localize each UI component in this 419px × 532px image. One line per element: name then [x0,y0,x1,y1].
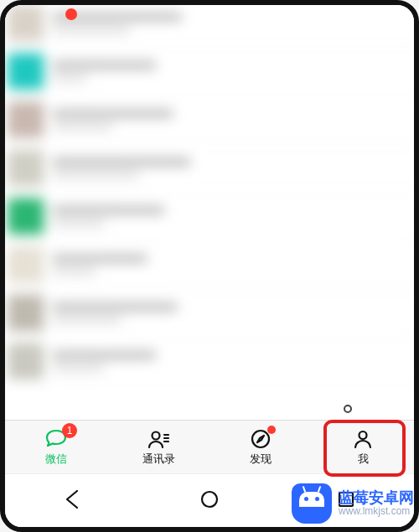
chat-preview [53,302,411,323]
chat-row[interactable] [5,337,414,385]
chat-preview [53,109,411,130]
chat-avatar [8,246,44,282]
chat-row[interactable] [5,289,414,338]
chat-bubble-icon: 1 [44,428,69,450]
chat-avatar [8,294,44,330]
watermark-title: 蓝莓安卓网 [339,490,414,507]
tab-contacts-label: 通讯录 [142,452,175,467]
chat-avatar [8,198,44,234]
watermark-android-icon [292,483,332,524]
chat-row[interactable] [5,96,414,144]
contacts-icon [146,428,171,450]
tab-chats-label: 微信 [45,452,67,467]
chat-preview [53,158,411,178]
chat-row[interactable] [5,192,414,240]
page-indicator-dot [344,405,352,413]
chat-row[interactable] [5,47,414,96]
person-icon [350,428,375,450]
chat-preview [53,254,411,275]
chat-preview [53,13,411,34]
chat-avatar [8,101,44,137]
chat-list-area [5,5,414,420]
chat-avatar [8,149,44,185]
unread-badge-icon [65,8,77,20]
tab-me-label: 我 [358,452,369,467]
phone-frame: 1 微信 通讯录 发现 [0,0,419,532]
chat-preview [53,350,411,371]
compass-icon [248,428,273,450]
tab-bar: 1 微信 通讯录 发现 [5,420,414,473]
tab-me[interactable]: 我 [312,421,414,473]
chat-row[interactable] [5,240,414,289]
tab-discover-label: 发现 [250,452,272,467]
chat-row[interactable] [5,144,414,193]
svg-point-1 [252,431,269,447]
chat-preview [53,205,411,226]
nav-home-button[interactable] [198,488,221,514]
tab-contacts[interactable]: 通讯录 [107,421,210,473]
nav-back-button[interactable] [61,488,85,514]
svg-point-2 [360,431,367,439]
chat-preview [53,60,411,81]
svg-point-3 [202,492,217,507]
svg-point-0 [153,431,160,439]
chat-list[interactable] [5,5,414,420]
chat-avatar [8,343,44,379]
discover-dot-badge [267,426,276,434]
tab-chats[interactable]: 1 微信 [5,421,107,473]
tab-discover[interactable]: 发现 [210,421,312,473]
watermark: 蓝莓安卓网 www.lmkjst.com [292,483,414,524]
chat-avatar [8,53,44,89]
chats-unread-badge: 1 [62,423,77,438]
watermark-url: www.lmkjst.com [339,506,414,517]
watermark-text: 蓝莓安卓网 www.lmkjst.com [339,490,414,518]
chat-avatar [8,5,44,41]
